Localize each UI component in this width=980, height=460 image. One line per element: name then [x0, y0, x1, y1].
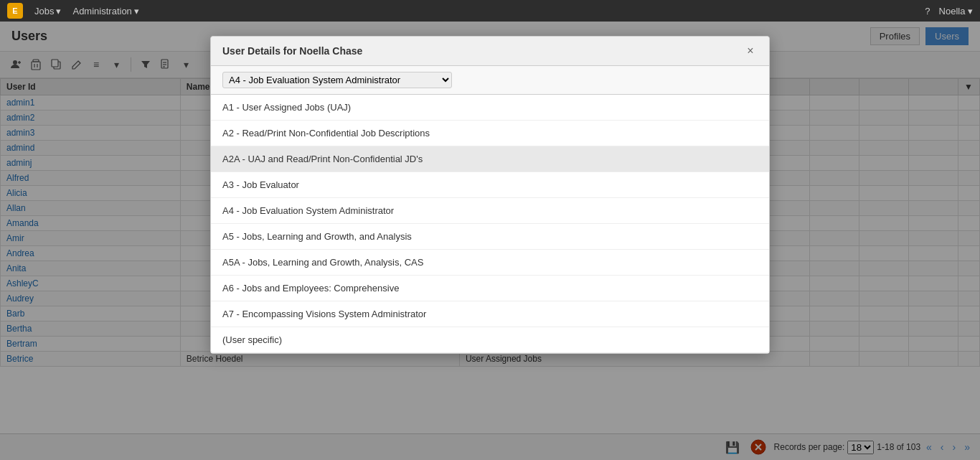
help-icon[interactable]: ? — [925, 6, 930, 17]
user-details-modal: User Details for Noella Chase × A4 - Job… — [210, 36, 770, 354]
modal-header: User Details for Noella Chase × — [211, 37, 769, 66]
nav-jobs-chevron: ▾ — [56, 6, 61, 17]
profile-list-item[interactable]: A5A - Jobs, Learning and Growth, Analysi… — [211, 250, 769, 276]
modal-profile-dropdown-container: A4 - Job Evaluation System Administrator… — [211, 66, 769, 95]
modal-profile-dropdown[interactable]: A4 - Job Evaluation System Administrator… — [222, 72, 452, 88]
nav-jobs-label: Jobs — [34, 6, 54, 17]
profile-list: A1 - User Assigned Jobs (UAJ)A2 - Read/P… — [211, 95, 769, 353]
app-logo: E — [7, 3, 23, 19]
nav-right: ? Noella ▾ — [925, 6, 973, 17]
modal-title: User Details for Noella Chase — [222, 45, 362, 57]
profile-list-item[interactable]: (User specific) — [211, 327, 769, 353]
user-menu[interactable]: Noella ▾ — [939, 6, 973, 17]
main-content: Users Profiles Users ≡ ▾ ▾ — [0, 22, 980, 460]
modal-close-button[interactable]: × — [743, 44, 758, 58]
profile-list-item[interactable]: A5 - Jobs, Learning and Growth, and Anal… — [211, 224, 769, 250]
nav-jobs[interactable]: Jobs ▾ — [34, 6, 61, 17]
profile-list-item[interactable]: A4 - Job Evaluation System Administrator — [211, 198, 769, 224]
profile-list-item[interactable]: A1 - User Assigned Jobs (UAJ) — [211, 95, 769, 121]
profile-list-item[interactable]: A3 - Job Evaluator — [211, 172, 769, 198]
profile-list-item[interactable]: A2A - UAJ and Read/Print Non-Confidentia… — [211, 146, 769, 172]
modal-overlay: User Details for Noella Chase × A4 - Job… — [0, 22, 980, 460]
profile-list-item[interactable]: A7 - Encompassing Visions System Adminis… — [211, 301, 769, 327]
profile-list-item[interactable]: A2 - Read/Print Non-Confidential Job Des… — [211, 121, 769, 146]
profile-list-item[interactable]: A6 - Jobs and Employees: Comprehensive — [211, 276, 769, 301]
nav-administration-label: Administration — [72, 6, 131, 17]
top-navigation: E Jobs ▾ Administration ▾ ? Noella ▾ — [0, 0, 980, 22]
nav-administration[interactable]: Administration ▾ — [72, 6, 138, 17]
nav-administration-chevron: ▾ — [134, 6, 139, 17]
nav-left: E Jobs ▾ Administration ▾ — [7, 3, 139, 19]
